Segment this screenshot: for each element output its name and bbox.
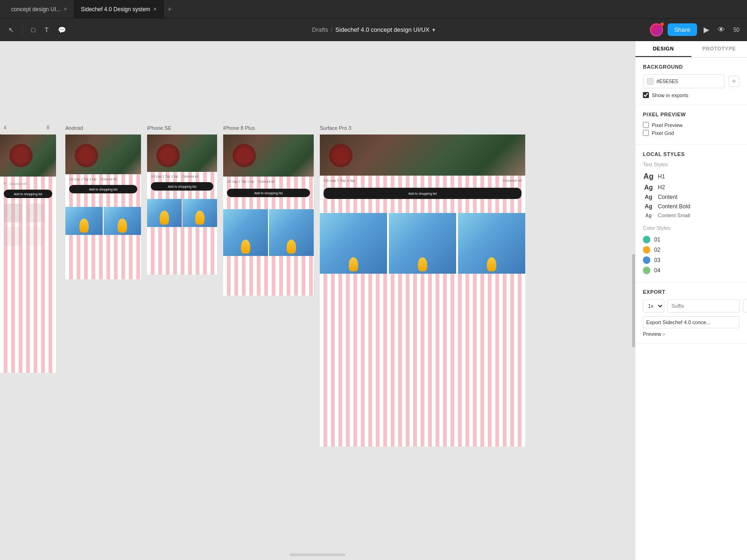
export-main-button[interactable]: Export Sidechef 4.0 conce...: [643, 316, 740, 328]
frame-iphone-se: 1/2 cup 1 Tsp 1 tsp Coconut oil Add to s…: [147, 135, 217, 275]
text-style-content-bold[interactable]: Ag Content Bold: [643, 202, 740, 211]
drafts-label[interactable]: Drafts: [312, 26, 328, 33]
background-input-row: #E5E5E5 +: [643, 74, 740, 88]
color-01-dot: [643, 236, 650, 243]
text-style-h1[interactable]: Ag H1: [643, 171, 740, 182]
comment-tool-icon[interactable]: 💬: [55, 24, 69, 35]
android-btn-label: Add to shopping list: [89, 188, 117, 191]
iphone8plus-measure: 1/2 cup 1 Tsp 1 tsp: [227, 180, 254, 183]
frame-food-image: [0, 135, 56, 177]
canvas-scrollbar[interactable]: [289, 553, 345, 556]
placeholder-block-2: [26, 204, 45, 222]
show-exports-checkbox[interactable]: [643, 92, 649, 98]
background-color-value: #E5E5E5: [656, 78, 678, 84]
text-style-content-small[interactable]: Ag Content Small: [643, 211, 740, 220]
pixel-grid-checkbox[interactable]: [643, 130, 649, 136]
color-02-dot: [643, 246, 650, 254]
local-styles-section: LOCAL STYLES Text Styles Ag H1 Ag H2 Ag …: [635, 145, 747, 283]
export-scale-select[interactable]: 1x 2x 3x: [643, 299, 664, 312]
ingredient-label: P: [4, 182, 6, 185]
placeholder-block-1: [4, 204, 22, 222]
color-style-04[interactable]: 04: [643, 265, 740, 276]
export-section: EXPORT 1x 2x 3x PNG Export Sidechef 4.0 …: [635, 283, 747, 344]
eye-icon[interactable]: 👁: [716, 24, 727, 36]
frame-ingredients: P Coconut oil: [0, 180, 56, 187]
local-styles-title: LOCAL STYLES: [643, 151, 740, 157]
export-suffix-input[interactable]: [667, 299, 740, 312]
content-bold-icon: Ag: [643, 203, 654, 210]
add-tab-button[interactable]: +: [164, 5, 176, 14]
content-small-label: Content Small: [658, 213, 690, 218]
surface-photo-3: [458, 213, 525, 274]
frame-tool-icon[interactable]: □: [28, 24, 38, 35]
pixel-preview-title: PIXEL PREVIEW: [643, 112, 740, 117]
content-small-icon: Ag: [643, 213, 654, 218]
android-photos: [65, 207, 141, 249]
text-tool-icon[interactable]: T: [42, 24, 51, 35]
content-label: Content: [658, 194, 677, 200]
tab-sidechef[interactable]: Sidechef 4.0 Design system ✕: [74, 0, 164, 19]
surface-measure: 1/2 cup 1 Tsp 1 tsp: [324, 178, 355, 183]
placeholder-block-4: [26, 227, 45, 246]
color-04-label: 04: [654, 267, 660, 274]
android-food-img: [65, 135, 141, 174]
tab-design[interactable]: DESIGN: [635, 41, 691, 57]
tab-concept[interactable]: concept design UI... ✕: [5, 0, 74, 19]
tab-prototype[interactable]: PROTOTYPE: [691, 41, 747, 57]
move-tool-icon[interactable]: ↖: [6, 24, 17, 35]
surface-btn[interactable]: Add to shopping list: [324, 188, 521, 199]
surface-ingredients: 1/2 cup 1 Tsp 1 tsp Coconut oil: [320, 177, 525, 184]
surface-coconut: Coconut oil: [503, 178, 521, 183]
toolbar-separator-1: [22, 25, 23, 35]
frame-partial-left: P Coconut oil Add to shopping list: [0, 135, 56, 373]
frame-android: 1/2 cup 1 Tsp 1 tsp Coconut oil Add to s…: [65, 135, 141, 279]
content-bold-label: Content Bold: [658, 203, 690, 210]
export-format-button[interactable]: PNG: [743, 299, 747, 312]
canvas-vertical-scrollbar[interactable]: [632, 254, 635, 347]
tab-concept-close[interactable]: ✕: [63, 7, 67, 12]
share-button[interactable]: Share: [668, 23, 697, 36]
iphone8plus-photos: [223, 209, 314, 256]
iphone-se-coconut: Coconut oil: [182, 175, 198, 178]
iphone-se-photos: [147, 199, 217, 236]
pixel-preview-section: PIXEL PREVIEW Pixel Preview Pixel Grid: [635, 105, 747, 145]
preview-link[interactable]: Preview ›: [643, 331, 740, 337]
tab-concept-label: concept design UI...: [11, 6, 61, 13]
android-shopping-btn[interactable]: Add to shopping list: [69, 185, 137, 193]
canvas[interactable]: 4 8 P Coconut oil Add to shopping list: [0, 41, 635, 560]
placeholder-block-3: [4, 227, 22, 246]
iphone-se-btn[interactable]: Add to shopping list: [151, 182, 213, 191]
background-add-button[interactable]: +: [728, 76, 740, 87]
ingredient-coconut: Coconut oil: [10, 182, 26, 185]
color-style-01[interactable]: 01: [643, 234, 740, 245]
frame-number-left: 4: [4, 125, 7, 130]
background-color-input[interactable]: #E5E5E5: [643, 74, 725, 88]
color-style-02[interactable]: 02: [643, 245, 740, 255]
text-style-h2[interactable]: Ag H2: [643, 182, 740, 192]
add-to-shopping-btn[interactable]: Add to shopping list: [4, 190, 52, 198]
surface-food-img: [320, 135, 525, 176]
preview-arrow-icon: ›: [663, 331, 665, 337]
iphone8plus-btn-label: Add to shopping list: [254, 191, 282, 195]
pixel-preview-checkbox[interactable]: [643, 122, 649, 128]
color-styles-subtitle: Color Styles: [643, 225, 740, 231]
right-panel: DESIGN PROTOTYPE BACKGROUND #E5E5E5 + Sh…: [635, 41, 747, 560]
iphone8plus-btn[interactable]: Add to shopping list: [227, 189, 310, 197]
project-dropdown-icon[interactable]: ▾: [432, 27, 435, 33]
frame-iphone8plus: 1/2 cup 1 Tsp 1 tsp Coconut oil Add to s…: [223, 135, 314, 296]
tab-sidechef-close[interactable]: ✕: [153, 7, 157, 12]
android-photo-1: [65, 207, 103, 235]
content-icon: Ag: [643, 194, 654, 200]
project-name[interactable]: Sidechef 4.0 concept design UI/UX: [335, 26, 430, 33]
surface-btn-label: Add to shopping list: [408, 192, 437, 195]
text-style-content[interactable]: Ag Content: [643, 192, 740, 202]
iphone8plus-photo-2: [269, 209, 314, 256]
frame-number-right: 8: [47, 125, 49, 130]
add-shopping-label: Add to shopping list: [14, 192, 42, 196]
frame-surface: 1/2 cup 1 Tsp 1 tsp Coconut oil Add to s…: [320, 135, 525, 447]
zoom-level[interactable]: 50: [732, 25, 741, 35]
color-style-03[interactable]: 03: [643, 255, 740, 265]
pixel-preview-label: Pixel Preview: [652, 122, 683, 128]
android-ingredients: 1/2 cup 1 Tsp 1 tsp Coconut oil: [65, 176, 141, 183]
play-icon[interactable]: ▶: [702, 23, 711, 36]
